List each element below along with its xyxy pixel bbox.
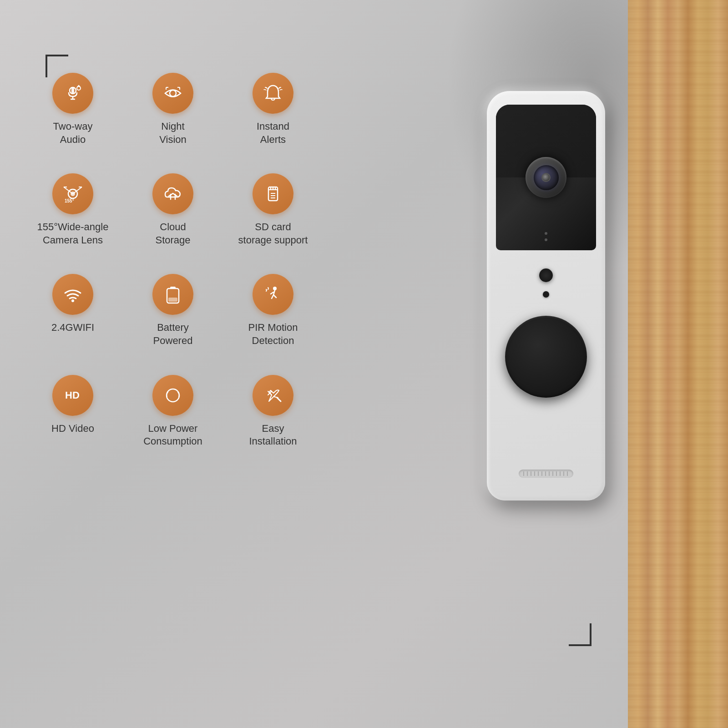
pir-motion-label: PIR Motion Detection	[248, 321, 298, 347]
led-dot-2	[545, 238, 547, 241]
doorbell-device	[487, 91, 605, 500]
cloud-storage-label: Cloud Storage	[155, 221, 190, 247]
svg-rect-1	[71, 87, 74, 94]
easy-install-icon	[253, 375, 293, 416]
features-section: Two-way Audio Night Vision	[27, 73, 337, 448]
feature-sd-card: SD card storage support	[228, 173, 318, 247]
instant-alerts-icon	[253, 73, 293, 114]
svg-rect-20	[170, 287, 176, 289]
svg-line-26	[274, 397, 278, 398]
led-dot-1	[545, 232, 547, 235]
wifi-icon	[52, 274, 93, 315]
speaker-grille	[519, 470, 573, 478]
svg-point-18	[71, 299, 74, 302]
corner-bracket-br	[569, 623, 592, 646]
svg-point-24	[167, 389, 179, 402]
two-way-audio-label: Two-way Audio	[53, 120, 93, 146]
doorbell-button-section	[496, 268, 596, 398]
low-power-label: Low Power Consumption	[143, 422, 202, 448]
features-grid: Two-way Audio Night Vision	[27, 73, 337, 448]
feature-instant-alerts: Instand Alerts	[228, 73, 318, 146]
wifi-label: 2.4GWIFI	[51, 321, 94, 334]
wide-angle-label: 155°Wide-angle Camera Lens	[37, 221, 109, 247]
svg-line-25	[277, 398, 281, 401]
pir-motion-icon	[253, 274, 293, 315]
night-vision-label: Night Vision	[159, 120, 187, 146]
led-dots	[545, 232, 547, 241]
feature-wifi: 2.4GWIFI	[27, 274, 118, 347]
camera-lens-wrapper	[526, 157, 566, 198]
easy-install-label: Easy Installation	[249, 422, 297, 448]
doorbell-button[interactable]	[505, 316, 587, 398]
feature-easy-install: Easy Installation	[228, 375, 318, 448]
camera-lens-inner	[534, 165, 559, 190]
feature-night-vision: Night Vision	[127, 73, 218, 146]
camera-lens-core	[541, 173, 551, 182]
svg-text:HD: HD	[65, 389, 80, 401]
sd-card-icon	[253, 173, 293, 214]
feature-wide-angle: 155° 155°Wide-angle Camera Lens	[27, 173, 118, 247]
svg-rect-21	[168, 298, 177, 302]
feature-two-way-audio: Two-way Audio	[27, 73, 118, 146]
feature-cloud-storage: Cloud Storage	[127, 173, 218, 247]
battery-icon	[152, 274, 193, 315]
night-vision-icon	[152, 73, 193, 114]
sd-card-label: SD card storage support	[238, 221, 308, 247]
svg-point-5	[170, 90, 176, 96]
battery-label: Battery Powered	[153, 321, 193, 347]
feature-hd-video: HD HD Video	[27, 375, 118, 448]
light-sensor	[543, 291, 549, 298]
two-way-audio-icon	[52, 73, 93, 114]
cloud-storage-icon	[152, 173, 193, 214]
camera-lens-outer	[526, 157, 566, 198]
wood-panel	[628, 0, 728, 728]
low-power-icon	[152, 375, 193, 416]
hd-video-icon: HD	[52, 375, 93, 416]
feature-low-power: Low Power Consumption	[127, 375, 218, 448]
pir-sensor	[539, 268, 553, 282]
feature-pir-motion: PIR Motion Detection	[228, 274, 318, 347]
svg-text:155°: 155°	[65, 198, 74, 203]
instant-alerts-label: Instand Alerts	[257, 120, 289, 146]
doorbell-container	[473, 46, 619, 546]
hd-video-label: HD Video	[51, 422, 94, 435]
wide-angle-icon: 155°	[52, 173, 93, 214]
camera-area	[496, 105, 596, 250]
svg-point-4	[77, 86, 81, 90]
feature-battery: Battery Powered	[127, 274, 218, 347]
